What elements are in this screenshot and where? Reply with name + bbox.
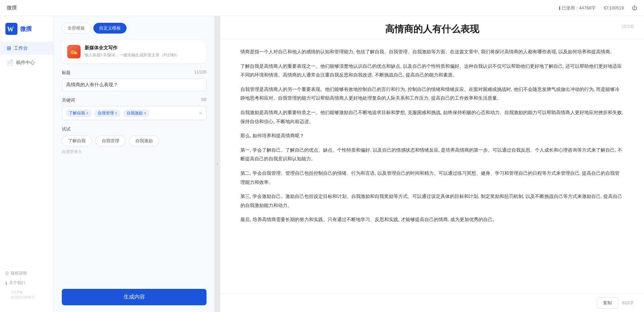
tab-custom-templates[interactable]: 自定义模板 bbox=[93, 23, 127, 34]
copyright-label: 版权说明 bbox=[11, 270, 27, 276]
title-input[interactable] bbox=[62, 79, 206, 91]
panel-inner: 全部模板 自定义模板 ✍ 新媒体全文写作 输入标题+关键词，一键准确生成所需文章… bbox=[54, 16, 215, 283]
generate-area: 生成内容 bbox=[54, 283, 215, 312]
logout-icon[interactable]: ⏻ bbox=[632, 5, 637, 11]
content-page-count: 10/100 bbox=[622, 24, 634, 29]
center-panel: 全部模板 自定义模板 ✍ 新媒体全文写作 输入标题+关键词，一键准确生成所需文章… bbox=[54, 16, 215, 312]
content-panel: 高情商的人有什么表现 10/100 情商是指一个人对自己和他人的感情的认知和管理… bbox=[220, 16, 644, 312]
keywords-label-row: 关键词 3/6 bbox=[62, 97, 206, 103]
try-clear[interactable]: 白清空录入 bbox=[62, 149, 206, 155]
try-label: 试试 bbox=[62, 126, 206, 132]
sidebar-nav: ⊞ 工作台 📄 稿件中心 bbox=[0, 42, 53, 69]
keywords-box[interactable]: 了解自我 x 自我管理 x 自我激励 x ✕ bbox=[62, 106, 206, 120]
topbar-title: 微撰 bbox=[7, 5, 17, 11]
content-paragraph: 最后, 培养高情商需要长期的努力和实践。只有通过不断地学习、反思和实践, 才能够… bbox=[240, 215, 624, 224]
svg-text:W: W bbox=[7, 25, 14, 33]
main-layout: W 微撰 ⊞ 工作台 📄 稿件中心 © 版权说明 ℹ 关于我们 ©ICP备202 bbox=[0, 16, 644, 312]
tab-all-templates[interactable]: 全部模板 bbox=[62, 23, 91, 34]
content-paragraph: 第三, 学会激励自己。激励自己包括设定目标和计划、自我激励和自我奖励等方式。可以… bbox=[240, 192, 624, 210]
sidebar-item-workbench-label: 工作台 bbox=[14, 45, 28, 51]
generate-button[interactable]: 生成内容 bbox=[62, 289, 206, 305]
logo-text: 微撰 bbox=[20, 25, 32, 33]
title-char-count: 11/100 bbox=[194, 70, 206, 76]
keyword-tag-1: 了解自我 x bbox=[65, 109, 92, 117]
logo-w-icon: W bbox=[5, 23, 17, 35]
usage-indicator: ℹ 已使用：44768字 bbox=[559, 5, 596, 11]
content-paragraph: 自我管理是高情商人的另一个重要表现。他们能够有效地控制自己的言行和行为, 控制自… bbox=[240, 85, 624, 103]
keyword-remove-2[interactable]: x bbox=[115, 111, 117, 115]
content-paragraph: 第一, 学会了解自己。了解自己的优点、缺点、个性特质和偏好, 以及自己的情感状态… bbox=[240, 146, 624, 163]
title-label: 标题 bbox=[62, 70, 71, 76]
keyword-text-3: 自我激励 bbox=[127, 110, 143, 116]
sidebar: W 微撰 ⊞ 工作台 📄 稿件中心 © 版权说明 ℹ 关于我们 ©ICP备202 bbox=[0, 16, 54, 312]
keyword-text-2: 自我管理 bbox=[98, 110, 114, 116]
keyword-tag-3: 自我激励 x bbox=[123, 109, 149, 117]
title-section: 标题 11/100 bbox=[62, 70, 206, 91]
keywords-clear-icon[interactable]: ✕ bbox=[198, 110, 203, 116]
keywords-count: 3/6 bbox=[201, 97, 206, 103]
template-card[interactable]: ✍ 新媒体全文写作 输入标题+关键词，一键准确生成所需文章（约15秒） bbox=[62, 40, 206, 63]
topbar-left: 微撰 bbox=[7, 5, 17, 11]
topbar: 微撰 ℹ 已使用：44768字 ID:100519 ⏻ bbox=[0, 0, 644, 16]
try-buttons: 了解自我 自我管理 自我激励 bbox=[62, 136, 206, 146]
content-paragraph: 第二, 学会自我管理。管理自己包括控制自己的情绪、行为和言语, 以及管理自己的时… bbox=[240, 169, 624, 187]
collapse-toggle[interactable]: ‹ bbox=[215, 16, 220, 312]
usage-text: 已使用：44768字 bbox=[562, 5, 596, 11]
try-button-1[interactable]: 了解自我 bbox=[62, 136, 92, 146]
about-label: 关于我们 bbox=[9, 280, 25, 286]
content-paragraph: 情商是指一个人对自己和他人的感情的认知和管理能力, 包括了解自我、自我管理、自我… bbox=[240, 47, 624, 56]
template-card-content: 新媒体全文写作 输入标题+关键词，一键准确生成所需文章（约15秒） bbox=[85, 45, 201, 58]
sidebar-item-copyright[interactable]: © 版权说明 bbox=[5, 270, 48, 276]
keyword-remove-3[interactable]: x bbox=[144, 111, 146, 115]
keyword-text-1: 了解自我 bbox=[69, 110, 85, 116]
sidebar-item-drafts[interactable]: 📄 稿件中心 bbox=[0, 56, 53, 69]
sidebar-logo: W 微撰 bbox=[0, 23, 53, 42]
content-header: 高情商的人有什么表现 10/100 bbox=[220, 16, 644, 39]
keyword-remove-1[interactable]: x bbox=[86, 111, 88, 115]
content-title: 高情商的人有什么表现 bbox=[240, 23, 624, 36]
sidebar-item-drafts-label: 稿件中心 bbox=[16, 60, 35, 66]
user-id: ID:100519 bbox=[604, 5, 624, 10]
try-section: 试试 了解自我 自我管理 自我激励 白清空录入 bbox=[62, 126, 206, 155]
icp-text: ©ICP备2022016946号 bbox=[5, 290, 48, 300]
content-paragraph: 那么, 如何培养和提高情商呢？ bbox=[240, 131, 624, 140]
content-paragraph: 了解自我是高情商人的重要表现之一。他们能够清楚地认识自己的优点和缺点, 以及自己… bbox=[240, 62, 624, 80]
content-paragraph: 自我激励是高情商人的重要特质之一。他们能够激励自己不断地追求目标和梦想, 克服困… bbox=[240, 108, 624, 126]
drafts-icon: 📄 bbox=[7, 59, 13, 66]
sidebar-bottom: © 版权说明 ℹ 关于我们 ©ICP备2022016946号 bbox=[0, 265, 53, 305]
try-button-3[interactable]: 自我激励 bbox=[129, 136, 159, 146]
copyright-icon: © bbox=[5, 271, 9, 276]
keywords-label: 关键词 bbox=[62, 97, 75, 103]
template-card-icon: ✍ bbox=[67, 45, 81, 58]
keyword-tag-2: 自我管理 x bbox=[94, 109, 121, 117]
sidebar-item-about[interactable]: ℹ 关于我们 bbox=[5, 280, 48, 286]
usage-icon: ℹ bbox=[559, 5, 560, 11]
sidebar-item-workbench[interactable]: ⊞ 工作台 bbox=[0, 42, 53, 55]
template-card-title: 新媒体全文写作 bbox=[85, 45, 201, 51]
title-label-row: 标题 11/100 bbox=[62, 70, 206, 76]
template-card-desc: 输入标题+关键词，一键准确生成所需文章（约15秒） bbox=[85, 52, 201, 58]
try-button-2[interactable]: 自我管理 bbox=[95, 136, 126, 146]
workbench-icon: ⊞ bbox=[7, 45, 11, 51]
topbar-right: ℹ 已使用：44768字 ID:100519 ⏻ bbox=[559, 5, 637, 11]
keywords-section: 关键词 3/6 了解自我 x 自我管理 x 自我激励 x bbox=[62, 97, 206, 120]
copy-button[interactable]: 复制 bbox=[597, 297, 618, 309]
content-footer: 复制 615字 bbox=[220, 294, 644, 312]
about-icon: ℹ bbox=[5, 280, 7, 286]
template-tabs: 全部模板 自定义模板 bbox=[62, 23, 206, 34]
word-count: 615字 bbox=[622, 300, 634, 306]
content-body: 情商是指一个人对自己和他人的感情的认知和管理能力, 包括了解自我、自我管理、自我… bbox=[220, 39, 644, 294]
